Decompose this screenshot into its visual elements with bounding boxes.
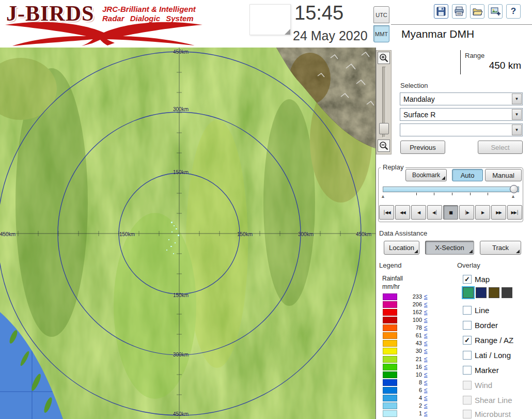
overlay-item-label: Marker	[475, 366, 499, 375]
track-button[interactable]: Track	[480, 241, 521, 255]
bookmark-button[interactable]: Bookmark	[405, 169, 447, 181]
checkbox[interactable]	[463, 306, 472, 315]
overlay-line-checkbox[interactable]: Line	[463, 305, 489, 315]
zoom-in-button[interactable]	[378, 52, 390, 64]
legend-color-swatch	[383, 317, 397, 323]
legend-threshold-link[interactable]: ≤	[424, 316, 428, 323]
play-reverse-button[interactable]: ◀	[411, 205, 426, 220]
overlay-marker-checkbox[interactable]: Marker	[463, 365, 499, 375]
replay-slider-thumb[interactable]	[510, 185, 518, 193]
seek-back-button[interactable]: ◀◀	[395, 205, 410, 220]
selection-label: Selection	[400, 82, 428, 89]
overlay-border-checkbox[interactable]: Border	[463, 320, 498, 330]
previous-button[interactable]: Previous	[400, 141, 445, 154]
legend-color-swatch	[383, 364, 397, 370]
legend-threshold-link[interactable]: ≤	[424, 355, 428, 363]
zoom-slider-thumb[interactable]	[379, 123, 389, 134]
legend-threshold-link[interactable]: ≤	[424, 308, 428, 316]
skip-start-button[interactable]: │◀◀	[379, 205, 394, 220]
location-button[interactable]: Location	[384, 241, 419, 255]
map-style-swatch[interactable]	[502, 287, 512, 298]
checkbox[interactable]: ✓	[463, 336, 472, 345]
x-section-button[interactable]: X-Section	[425, 241, 474, 255]
overlay-label: Overlay	[457, 261, 480, 269]
print-button[interactable]	[452, 4, 466, 19]
legend-threshold-link[interactable]: ≤	[424, 386, 428, 394]
product-dropdown[interactable]: Surface R ▼	[400, 108, 523, 121]
radar-map[interactable]: 450km 300km 150km 450km 150km 150km 300k…	[0, 48, 375, 419]
legend-color-swatch	[383, 387, 397, 394]
map-style-swatch[interactable]	[476, 287, 487, 298]
select-button[interactable]: Select	[478, 141, 523, 154]
chevron-down-icon[interactable]: ▼	[512, 109, 522, 120]
range-ring-label: 450km	[169, 411, 192, 417]
option-dropdown[interactable]: ▼	[400, 123, 523, 136]
chevron-down-icon[interactable]: ▼	[512, 94, 522, 104]
legend-row: 233 ≤	[383, 293, 445, 301]
legend-threshold-link[interactable]: ≤	[424, 339, 428, 347]
auto-mode-button[interactable]: Auto	[452, 169, 483, 181]
overlay-item-label: Line	[475, 306, 489, 315]
legend-threshold-link[interactable]: ≤	[424, 293, 428, 300]
legend-unit-line2: mm/hr	[382, 283, 400, 290]
skip-end-button[interactable]: ▶▶│	[507, 205, 522, 220]
legend-threshold-link[interactable]: ≤	[424, 301, 428, 308]
play-button[interactable]: ▶	[475, 205, 490, 220]
timezone-utc-button[interactable]: UTC	[373, 6, 389, 23]
legend-row: 4 ≤	[383, 395, 445, 402]
open-file-button[interactable]	[470, 4, 484, 19]
clock-display-box	[249, 4, 291, 35]
seek-forward-button[interactable]: ▶▶	[491, 205, 506, 220]
zoom-out-button[interactable]	[378, 139, 390, 152]
range-ring-label: 300km	[294, 231, 317, 237]
legend-threshold-link[interactable]: ≤	[424, 347, 428, 354]
overlay-item-label: Map	[475, 275, 490, 284]
overlay-map-checkbox[interactable]: ✓ Map	[463, 274, 490, 284]
slider-range-marker-icon[interactable]: ▲	[511, 194, 515, 199]
legend-threshold-link[interactable]: ≤	[424, 332, 428, 339]
legend-value: 43	[399, 340, 422, 346]
legend-threshold-link[interactable]: ≤	[424, 324, 428, 331]
legend-threshold-link[interactable]: ≤	[424, 402, 428, 409]
legend-threshold-link[interactable]: ≤	[424, 371, 428, 378]
header-bar: J-BIRDS JRC-Brilliant & Intelligent Rada…	[0, 0, 532, 48]
checkbox	[463, 381, 472, 390]
help-button[interactable]: ?	[506, 4, 521, 19]
map-style-swatch[interactable]	[489, 287, 499, 298]
legend-threshold-link[interactable]: ≤	[424, 410, 428, 417]
legend-value: 100	[399, 317, 422, 323]
manual-mode-button[interactable]: Manual	[485, 169, 522, 181]
legend-row: 78 ≤	[383, 324, 445, 332]
site-dropdown[interactable]: Mandalay ▼	[400, 92, 523, 105]
legend-threshold-link[interactable]: ≤	[424, 379, 428, 386]
resize-grip-icon	[285, 29, 290, 35]
legend-color-swatch	[383, 356, 397, 363]
slider-range-marker-icon[interactable]: ▲	[381, 194, 385, 199]
step-forward-button[interactable]: │▶	[459, 205, 474, 220]
replay-group-title: Replay	[381, 163, 405, 171]
checkbox[interactable]	[463, 321, 472, 330]
timeline-tick	[452, 193, 452, 195]
range-ring-label: 450km	[352, 231, 375, 237]
range-value: 450 km	[489, 60, 521, 71]
checkbox[interactable]	[463, 366, 472, 375]
legend-threshold-link[interactable]: ≤	[424, 394, 428, 401]
overlay-lati-long-checkbox[interactable]: Lati / Long	[463, 350, 511, 360]
overlay-range-az-checkbox[interactable]: ✓ Range / AZ	[463, 335, 513, 345]
map-style-swatch[interactable]	[463, 287, 474, 298]
checkbox[interactable]	[463, 351, 472, 360]
timezone-mmt-button[interactable]: MMT	[373, 25, 389, 42]
snapshot-export-button[interactable]	[488, 4, 503, 19]
replay-timeline-slider[interactable]	[383, 187, 519, 192]
legend-row: 2 ≤	[383, 402, 445, 410]
stop-button[interactable]: ■	[443, 205, 458, 220]
floppy-icon	[435, 6, 447, 17]
legend-threshold-link[interactable]: ≤	[424, 363, 428, 370]
step-back-button[interactable]: ◀│	[427, 205, 442, 220]
overlay-microburst-checkbox: Microburst	[463, 409, 511, 419]
checkbox[interactable]: ✓	[463, 275, 472, 284]
legend-value: 21	[399, 356, 422, 362]
save-button[interactable]	[434, 4, 448, 19]
chevron-down-icon[interactable]: ▼	[512, 125, 522, 135]
range-ring-label: 450km	[0, 231, 23, 237]
